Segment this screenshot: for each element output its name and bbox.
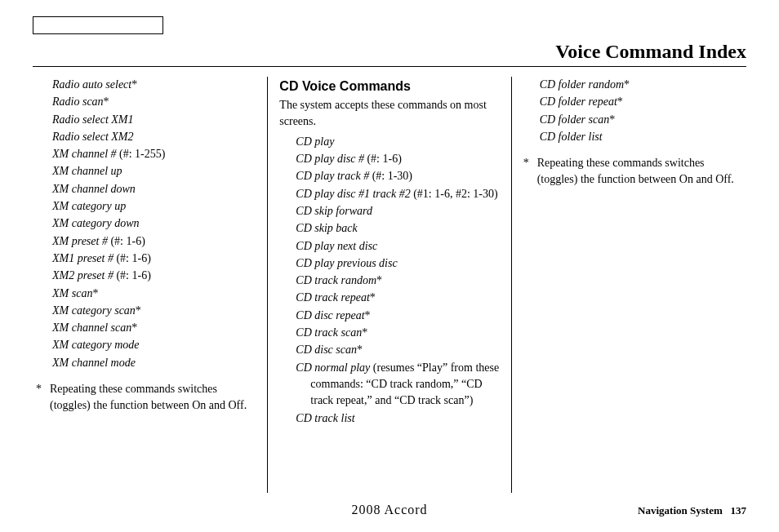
command-item: CD track random* xyxy=(296,273,499,289)
command-suffix: * xyxy=(617,95,623,108)
section-intro: The system accepts these commands on mos… xyxy=(279,97,499,131)
col1-command-list: Radio auto select*Radio scan*Radio selec… xyxy=(36,77,256,371)
command-item: CD play disc #1 track #2 (#1: 1-6, #2: 1… xyxy=(296,186,499,202)
command-item: CD track list xyxy=(296,410,499,427)
command-suffix: (#: 1-6) xyxy=(108,235,145,247)
footer-center: 2008 Accord xyxy=(351,503,427,517)
note-text: Repeating these commands switches (toggl… xyxy=(50,381,256,415)
command-suffix: (#: 1-255) xyxy=(117,148,166,160)
command-text: XM preset # xyxy=(52,235,108,247)
command-item: Radio scan* xyxy=(52,94,256,110)
command-suffix: * xyxy=(376,274,382,286)
command-text: Radio auto select xyxy=(52,78,131,91)
command-item: CD folder repeat* xyxy=(540,94,743,110)
header-box xyxy=(33,16,163,34)
command-item: XM preset # (#: 1-6) xyxy=(52,233,256,250)
command-item: CD track repeat* xyxy=(296,290,499,306)
note-marker: * xyxy=(36,381,42,415)
command-text: CD skip back xyxy=(296,222,357,234)
command-text: CD play disc #1 track #2 xyxy=(296,188,410,200)
command-item: Radio select XM1 xyxy=(52,112,256,128)
note-marker: * xyxy=(523,155,529,188)
command-item: CD skip forward xyxy=(296,203,499,219)
command-item: XM category scan* xyxy=(52,303,256,319)
command-item: XM category up xyxy=(52,198,256,215)
command-suffix: * xyxy=(624,78,630,91)
command-item: XM category mode xyxy=(52,337,256,353)
command-text: CD skip forward xyxy=(296,205,372,217)
footer-right: Navigation System 137 xyxy=(638,504,746,517)
command-item: XM channel down xyxy=(52,181,256,197)
command-text: XM channel down xyxy=(52,183,136,195)
page-number: 137 xyxy=(731,504,747,516)
command-text: Radio select XM1 xyxy=(52,113,134,126)
command-item: XM2 preset # (#: 1-6) xyxy=(52,268,256,284)
command-text: XM category up xyxy=(52,200,126,212)
command-suffix: * xyxy=(609,113,615,126)
command-item: CD play previous disc xyxy=(296,255,499,272)
col1-note: * Repeating these commands switches (tog… xyxy=(36,381,256,415)
page-title: Voice Command Index xyxy=(33,41,746,63)
content-columns: Radio auto select*Radio scan*Radio selec… xyxy=(33,77,746,493)
command-item: XM scan* xyxy=(52,286,256,302)
command-item: CD play disc # (#: 1-6) xyxy=(296,151,499,167)
command-item: XM channel # (#: 1-255) xyxy=(52,146,256,162)
command-item: CD play next disc xyxy=(296,238,499,255)
note-text: Repeating these commands switches (toggl… xyxy=(537,155,743,188)
col3-command-list: CD folder random*CD folder repeat*CD fol… xyxy=(523,77,743,145)
command-text: XM scan xyxy=(52,287,92,299)
command-item: CD skip back xyxy=(296,220,499,237)
command-text: CD track scan xyxy=(296,326,362,339)
footer: 2008 Accord Navigation System 137 xyxy=(0,503,779,517)
command-suffix: * xyxy=(131,321,137,334)
command-item: XM category down xyxy=(52,215,256,232)
command-item: XM channel scan* xyxy=(52,320,256,336)
command-item: CD play track # (#: 1-30) xyxy=(296,168,499,184)
command-suffix: (#1: 1-6, #2: 1-30) xyxy=(411,188,498,200)
command-suffix: (#: 1-30) xyxy=(369,170,412,182)
command-text: XM category mode xyxy=(52,339,140,351)
command-text: CD disc scan xyxy=(296,344,357,356)
command-text: CD track random xyxy=(296,274,376,286)
command-suffix: * xyxy=(136,304,141,317)
command-text: CD folder list xyxy=(540,131,603,143)
command-item: CD disc scan* xyxy=(296,342,499,358)
command-suffix: * xyxy=(92,287,98,299)
column-3: CD folder random*CD folder repeat*CD fol… xyxy=(512,77,746,493)
command-item: XM1 preset # (#: 1-6) xyxy=(52,250,256,267)
command-text: XM channel # xyxy=(52,148,117,160)
column-2: CD Voice Commands The system accepts the… xyxy=(267,77,511,493)
command-text: XM category scan xyxy=(52,304,136,317)
command-text: XM1 preset # xyxy=(52,252,114,264)
footer-label: Navigation System xyxy=(638,504,723,516)
command-item: Radio select XM2 xyxy=(52,129,256,145)
command-text: CD folder scan xyxy=(540,113,610,126)
command-text: XM channel mode xyxy=(52,357,136,369)
header-rule xyxy=(33,66,746,67)
col2-command-list: CD playCD play disc # (#: 1-6)CD play tr… xyxy=(279,134,499,427)
command-item: CD track scan* xyxy=(296,325,499,341)
command-item: CD folder list xyxy=(540,129,743,145)
command-text: CD folder repeat xyxy=(540,95,617,108)
command-item: CD folder random* xyxy=(540,77,743,93)
command-suffix: * xyxy=(362,326,367,339)
command-suffix: * xyxy=(104,95,109,108)
command-item: XM channel up xyxy=(52,163,256,180)
command-text: CD normal play xyxy=(296,361,370,374)
command-text: CD play previous disc xyxy=(296,257,397,269)
command-suffix: * xyxy=(131,78,137,91)
command-item: CD disc repeat* xyxy=(296,308,499,324)
column-1: Radio auto select*Radio scan*Radio selec… xyxy=(33,77,267,493)
command-text: XM channel up xyxy=(52,165,122,177)
command-text: XM channel scan xyxy=(52,321,131,334)
command-text: CD play next disc xyxy=(296,240,377,252)
command-text: XM2 preset # xyxy=(52,269,114,282)
command-suffix: (#: 1-6) xyxy=(364,153,402,165)
command-text: Radio scan xyxy=(52,95,104,108)
command-text: CD disc repeat xyxy=(296,309,364,321)
command-item: Radio auto select* xyxy=(52,77,256,93)
command-text: XM category down xyxy=(52,217,140,229)
command-text: CD folder random xyxy=(540,78,624,91)
command-suffix: * xyxy=(370,291,376,304)
command-text: CD track list xyxy=(296,412,354,424)
